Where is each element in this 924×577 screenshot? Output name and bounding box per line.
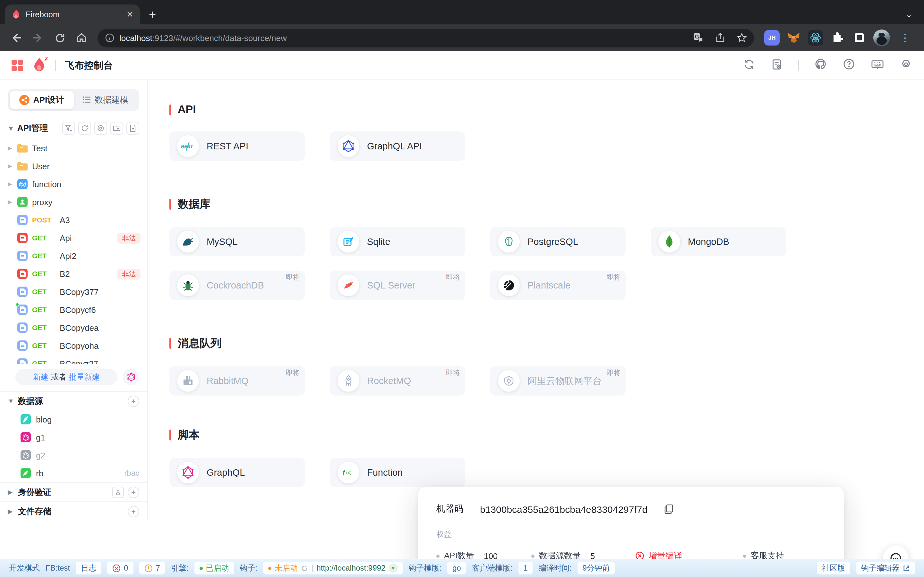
card-rocketmq[interactable]: 即将 RocketMQ [330,366,465,396]
profile-avatar[interactable] [873,29,890,46]
card-sqlite[interactable]: Sqlite [330,227,465,256]
tab-search-chevron-icon[interactable]: ⌄ [905,10,919,19]
url-bar[interactable]: localhost:9123/#/workbench/data-source/n… [97,29,754,47]
tab-api-design[interactable]: API设计 [10,91,73,109]
settings-icon[interactable] [900,58,913,73]
fireboom-logo[interactable]: ✗ [32,58,46,73]
tree-folder-test[interactable]: ▶Test [0,139,147,157]
error-count[interactable]: 0 [107,562,133,574]
hook-template-value[interactable]: go [447,562,466,574]
tree-api-api[interactable]: GETApi非法 [0,229,147,247]
datasource-blog[interactable]: blog [0,410,147,428]
share-icon[interactable] [712,29,728,46]
forward-icon[interactable] [28,28,47,47]
hook-status-pill[interactable]: 未启动 | http://localhost:9992 ▾ [263,562,403,574]
collapse-chevron-icon[interactable]: ▼ [8,398,14,405]
hook-url-chevron-icon[interactable]: ▾ [389,564,397,572]
datasource-rb[interactable]: rbrbac [0,464,147,482]
refresh-button[interactable] [78,122,91,135]
target-button[interactable] [94,122,107,135]
tree-api-bcopyoha[interactable]: GETBCopyoha [0,337,147,355]
bookmark-star-icon[interactable] [733,29,750,46]
tree-api-bcopy377[interactable]: GETBCopy377 [0,283,147,301]
storage-header[interactable]: ▶ 文件存储 + [0,502,147,521]
graphql-quick-button[interactable] [123,369,139,385]
engine-status[interactable]: 已启动 [194,562,234,574]
client-template-value[interactable]: 1 [518,562,533,574]
tree-api-bcopyz27[interactable]: GETBCopyz27 [0,355,147,364]
expand-arrow-icon[interactable]: ▶ [8,163,13,169]
copy-icon[interactable] [664,504,674,514]
card-plantscale[interactable]: 即将 Plantscale [490,271,626,300]
new-tab-button[interactable]: + [149,5,156,24]
add-auth-button[interactable]: + [128,486,139,498]
card-postgresql[interactable]: PostgreSQL [490,227,626,256]
translate-icon[interactable]: G [690,29,706,46]
help-icon[interactable] [843,58,855,73]
log-preview-icon[interactable] [771,58,783,73]
extensions-puzzle-icon[interactable] [830,30,845,45]
card-function-script[interactable]: f(x) Function [330,458,465,487]
browser-tab[interactable]: Fireboom ✕ [5,5,140,24]
expand-arrow-icon[interactable]: ▶ [8,145,13,151]
compile-time-label: 编译时间: [539,562,572,574]
app-grid-icon[interactable] [11,60,23,71]
add-folder-button[interactable] [110,122,123,135]
tree-api-a3[interactable]: POSTA3 [0,211,147,229]
tab-close-icon[interactable]: ✕ [126,10,134,19]
expand-arrow-icon[interactable]: ▶ [8,199,13,205]
card-sqlserver[interactable]: 即将 SQL Server [330,271,465,300]
batch-new-link[interactable]: 批量新建 [69,372,100,382]
card-graphql-script[interactable]: GraphQL [170,458,305,487]
tab-data-modeling[interactable]: 数据建模 [73,91,137,109]
hook-editor-button[interactable]: 钩子编辑器 [856,562,915,574]
coming-soon-tag: 即将 [286,368,300,378]
new-link[interactable]: 新建 [33,372,48,382]
github-icon[interactable] [814,58,827,73]
expand-chevron-icon[interactable]: ▶ [8,488,14,496]
add-datasource-button[interactable]: + [128,395,139,407]
add-storage-button[interactable]: + [128,506,139,517]
tree-folder-user[interactable]: ▶User [0,157,147,175]
browser-menu-icon[interactable]: ⋮ [897,32,914,44]
home-icon[interactable] [72,28,91,47]
auth-header[interactable]: ▶ 身份验证 + [0,483,147,501]
card-rest-api[interactable]: REST REST API [170,131,305,161]
card-mysql[interactable]: MySQL [170,227,305,256]
log-button[interactable]: 日志 [76,562,102,574]
keyboard-icon[interactable] [871,58,884,73]
tree-folder-function[interactable]: ▶f(x)function [0,175,147,193]
tree-api-bcopycf6[interactable]: GETBCopycf6 [0,301,147,319]
collapse-chevron-icon[interactable]: ▼ [8,125,14,132]
react-devtools-icon[interactable] [808,30,823,45]
auth-user-button[interactable] [112,486,124,498]
sidebar-panel-icon[interactable] [851,30,867,45]
filter-button[interactable] [62,122,75,135]
warning-count[interactable]: 7 [139,562,165,574]
edition-badge[interactable]: 社区版 [817,562,850,574]
sync-icon[interactable] [743,58,755,73]
tree-api-bcopydea[interactable]: GETBCopydea [0,319,147,337]
add-file-button[interactable] [126,122,139,135]
site-info-icon[interactable] [105,33,114,42]
hook-url[interactable]: http://localhost:9992 [317,564,385,572]
logo-x-mark: ✗ [44,56,49,62]
metamask-icon[interactable] [786,30,801,45]
card-cockroachdb[interactable]: 即将 CockroachDB [170,271,305,300]
tree-api-api2[interactable]: GETApi2 [0,247,147,265]
datasource-g2[interactable]: g2 [0,446,147,464]
datasource-g1[interactable]: g1 [0,428,147,446]
tree-api-b2[interactable]: GETB2非法 [0,265,147,283]
expand-arrow-icon[interactable]: ▶ [8,181,13,187]
extension-jh-icon[interactable]: JH [764,30,780,45]
reload-icon[interactable] [50,28,69,47]
expand-chevron-icon[interactable]: ▶ [8,508,14,515]
card-mongodb[interactable]: MongoDB [651,227,786,256]
hook-refresh-icon[interactable] [301,564,308,572]
card-aliyun-iot[interactable]: 即将 阿里云物联网平台 [490,366,626,396]
card-rabbitmq[interactable]: 即将 RabbitMQ [170,366,305,396]
card-graphql-api[interactable]: GraphQL API [330,131,465,161]
back-icon[interactable] [6,28,26,47]
datasource-header[interactable]: ▼ 数据源 + [0,392,147,410]
tree-folder-proxy[interactable]: ▶proxy [0,193,147,211]
